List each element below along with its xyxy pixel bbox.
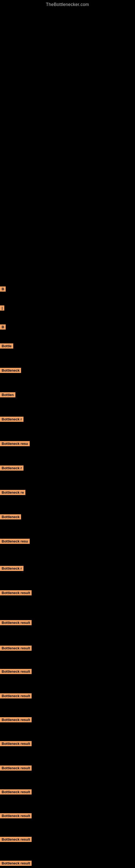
- bottleneck-result-label: Bottleneck result: [0, 620, 32, 625]
- bottleneck-result-label: Bottleneck result: [0, 669, 32, 674]
- bottleneck-result-label: Bottleneck result: [0, 590, 32, 595]
- bottleneck-result-label: Bottleneck result: [0, 693, 32, 699]
- bottleneck-result-label: Bottleneck: [0, 368, 21, 373]
- bottleneck-result-label: Bottleneck result: [0, 837, 32, 842]
- bottleneck-result-label: Bottleneck result: [0, 861, 32, 866]
- bottleneck-result-label: Bottle: [0, 343, 13, 348]
- bottleneck-result-label: Bottleneck result: [0, 813, 32, 818]
- bottleneck-result-label: Bottleneck r: [0, 416, 24, 422]
- bottleneck-result-label: Bottleneck r: [0, 566, 24, 571]
- bottleneck-result-label: B: [0, 286, 6, 291]
- bottleneck-result-label: Bottleneck result: [0, 741, 32, 746]
- bottleneck-result-label: Bottleneck: [0, 514, 21, 520]
- bottleneck-result-label: Bottleneck resu: [0, 539, 30, 544]
- bottleneck-result-label: Bottleneck resu: [0, 441, 30, 446]
- site-title: TheBottlenecker.com: [0, 0, 135, 7]
- bottleneck-result-label: Bottleneck result: [0, 646, 32, 651]
- bottleneck-result-label: Bottleneck result: [0, 717, 32, 722]
- bottleneck-result-label: |: [0, 305, 4, 311]
- bottleneck-result-label: B: [0, 324, 6, 330]
- bottleneck-result-label: Bottlen: [0, 392, 15, 397]
- bottleneck-result-label: Bottleneck result: [0, 766, 32, 771]
- bottleneck-result-label: Bottleneck result: [0, 789, 32, 795]
- bottleneck-result-label: Bottleneck r: [0, 465, 24, 471]
- bottleneck-result-label: Bottleneck re: [0, 490, 26, 495]
